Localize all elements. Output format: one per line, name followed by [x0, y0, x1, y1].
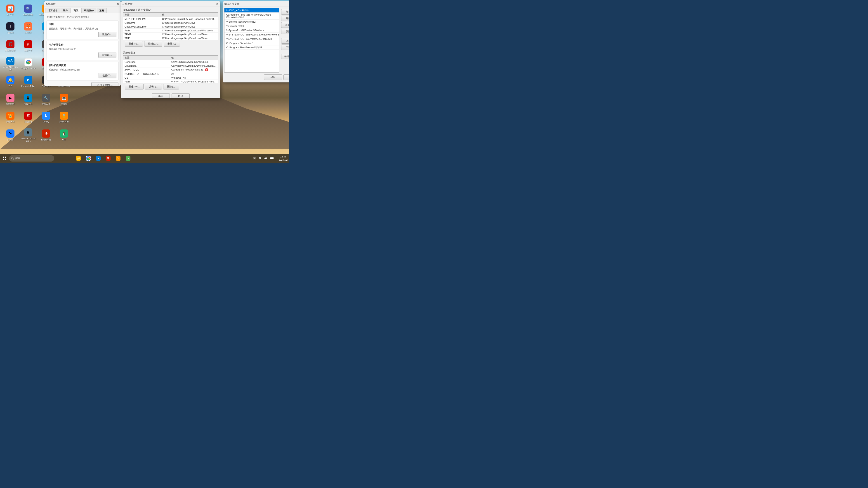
taskbar-app-edge[interactable]: e	[94, 154, 103, 163]
table-row[interactable]: MOZ_PLUGIN_PATH C:\Program Files (x86)\F…	[123, 17, 218, 21]
tab-remote[interactable]: 远程	[97, 8, 107, 13]
table-row[interactable]: ComSpec C:\WINDOWS\system32\cmd.exe	[123, 60, 218, 64]
tray-volume[interactable]	[264, 156, 268, 160]
desktop-icon-youdao[interactable]: 译 有道翻译官	[37, 127, 55, 144]
edit-sys-var-button[interactable]: 编辑(I)...	[145, 84, 162, 90]
tray-battery[interactable]	[269, 157, 275, 160]
table-row[interactable]: Path %JAVA_HOME%\bin;C:\Program Files (x…	[123, 80, 218, 83]
tab-advanced[interactable]: 高级	[71, 8, 81, 13]
editenv-moveup-button[interactable]: 上移(U)	[281, 38, 289, 43]
clock-time: 14:34	[279, 155, 287, 158]
sysprops-close-button[interactable]: ✕	[116, 2, 119, 6]
table-row[interactable]: DriverData C:\Windows\System32\Drivers\D…	[123, 64, 218, 68]
table-row[interactable]: OneDrive C:\Users\liuguanglei\OneDrive	[123, 21, 218, 25]
editenv-item-system32[interactable]: %SystemRoot%\system32	[224, 20, 279, 24]
desktop-icon-grid: 📊 幻灯片 T Typora 🎵 网易云音乐 VS Visual Studio …	[0, 0, 45, 154]
taskbar-app-chrome[interactable]	[84, 154, 93, 163]
editenv-new-button[interactable]: 新建(N)	[281, 9, 289, 15]
table-row[interactable]: TMP C:\Users\liuguanglei\AppData\Local\T…	[123, 36, 218, 40]
start-button[interactable]	[0, 154, 9, 163]
editenv-delete-button[interactable]: 删除(D)	[281, 29, 289, 34]
desktop-icon-openvpn[interactable]: 🔒 Open VPN	[55, 109, 72, 126]
performance-settings-button[interactable]: 设置(S)...	[98, 32, 116, 37]
table-row[interactable]: Path C:\Users\liuguanglei\AppData\Local\…	[123, 29, 218, 33]
desktop-icon-tiqutool[interactable]: 🔧 提取工具	[37, 91, 55, 108]
taskbar-app-explorer[interactable]: 📁	[74, 154, 83, 163]
network-icon	[258, 157, 261, 160]
desktop-icon-wps[interactable]: 📊 幻灯片	[2, 2, 19, 19]
editenv-item-vmware[interactable]: C:\Program Files (x86)\VMware\VMware Wor…	[224, 13, 279, 20]
admin-note: 要进行大多数更改，您必须作为管理员登录。	[46, 15, 119, 19]
tray-ime[interactable]: 英	[252, 156, 256, 160]
desktop-icon-firefox[interactable]: 🦊 Firefox	[20, 20, 37, 37]
taskbar-app-yd2[interactable]: Y	[114, 154, 123, 163]
userprofiles-settings-button[interactable]: 设置(E)...	[98, 52, 116, 58]
taskbar-app-youdao[interactable]: 译	[104, 154, 113, 163]
system-properties-window: 系统属性 ✕ 计算机名 硬件 高级 系统保护 远程 要进行大多数更改，您必须作为…	[44, 1, 121, 86]
desktop-icon-qq[interactable]: 🐧 QQ	[55, 127, 72, 144]
desktop-icon-dingtalk[interactable]: 🔔 钉钉	[2, 73, 19, 90]
editenv-cancel-button[interactable]: 取消	[283, 74, 289, 80]
volume-icon	[264, 157, 268, 160]
edge-icon: e	[24, 76, 32, 84]
taskbar-search[interactable]: 搜索	[9, 155, 54, 162]
delete-user-var-button[interactable]: 删除(D)	[164, 41, 180, 46]
desktop-icon-yingyu[interactable]: 英 有道翻译	[20, 109, 37, 126]
new-sys-var-button[interactable]: 新建(W)...	[125, 84, 144, 90]
envvars-ok-button[interactable]: 确定	[152, 93, 170, 98]
editenv-item-tencent[interactable]: C:\Program Files\Tencent\QQNT	[224, 45, 279, 50]
diannao-label: 电脑商	[61, 103, 67, 105]
new-user-var-button[interactable]: 新建(N)...	[125, 41, 143, 46]
delete-sys-var-button[interactable]: 删除(L)	[163, 84, 179, 90]
editenv-item-systemroot[interactable]: %SystemRoot%	[224, 24, 279, 28]
taskbar-clock[interactable]: 14:34 2024/1/2	[277, 155, 289, 162]
table-row[interactable]: TEMP C:\Users\liuguanglei\AppData\Local\…	[123, 33, 218, 36]
desktop-icon-netease[interactable]: 🎵 网易云音乐	[2, 37, 19, 55]
sysprops-tabs: 计算机名 硬件 高级 系统保护 远程	[44, 7, 121, 13]
system-vars-btn-row: 新建(W)... 编辑(I)... 删除(L)	[123, 83, 218, 90]
desktop-icon-tianyan[interactable]: 👁 天眼查	[2, 127, 19, 144]
envvars-close-button[interactable]: ✕	[216, 2, 219, 6]
editenv-main-area: %JAVA_HOME%\bin C:\Program Files (x86)\V…	[224, 8, 289, 72]
desktop-icon-baidu[interactable]: 百 百度一下	[20, 37, 37, 55]
desktop-icon-listary[interactable]: L Listary	[37, 109, 55, 126]
tab-system-protection[interactable]: 系统保护	[81, 8, 96, 13]
table-row[interactable]: OneDriveConsumer C:\Users\liuguanglei\On…	[123, 25, 218, 29]
table-row[interactable]: JAVA_HOME C:\Program Files\Java\jdk-21 !	[123, 68, 218, 72]
editenv-browse-button[interactable]: 浏览(B)...	[281, 22, 289, 28]
vmware-label: VMware Workstatio...	[21, 137, 36, 142]
tab-hardware[interactable]: 硬件	[61, 8, 70, 13]
desktop-icon-chrome[interactable]: Google Chrome	[20, 55, 37, 72]
edit-user-var-button[interactable]: 编辑(E)...	[144, 41, 162, 46]
editenv-edit-button[interactable]: 编辑(E)	[281, 15, 289, 21]
desktop-icon-vscode[interactable]: VS Visual Studio Code	[2, 55, 19, 72]
table-row[interactable]: NUMBER_OF_PROCESSORS 24	[123, 72, 218, 76]
desktop-icon-diannao[interactable]: 💻 电脑商	[55, 91, 72, 108]
desktop-icon-lingdu[interactable]: 📱 零度手机	[20, 91, 37, 108]
editenv-item-powershell[interactable]: %SYSTEMROOT%\System32\WindowsPowerShell\…	[224, 33, 279, 37]
desktop-icon-typora[interactable]: T Typora	[2, 20, 19, 37]
desktop-icon-vmware[interactable]: 🖥 VMware Workstatio...	[20, 127, 37, 144]
tab-computer-name[interactable]: 计算机名	[45, 8, 60, 13]
editenv-item-dotnet[interactable]: C:\Program Files\dotnet\	[224, 41, 279, 45]
search-icon	[11, 157, 14, 160]
editenv-item-openssh[interactable]: %SYSTEMROOT%\System32\OpenSSH\	[224, 37, 279, 41]
tray-network[interactable]	[257, 156, 262, 160]
taskbar-app-misc[interactable]: ★	[124, 154, 133, 163]
table-row[interactable]: OS Windows_NT	[123, 76, 218, 80]
editenv-item-wbem[interactable]: %SystemRoot%\System32\Wbem	[224, 28, 279, 33]
desktop-icon-wangzhe[interactable]: 👑 网络大神	[2, 109, 19, 126]
desktop-icon-everything[interactable]: 🔍 Everything	[20, 2, 37, 19]
editenv-titlebar: 编辑环境变量 ✕ 2	[223, 1, 289, 7]
editenv-item-javahome[interactable]: %JAVA_HOME%\bin	[224, 8, 279, 13]
startup-settings-button[interactable]: 设置(T)...	[98, 73, 116, 78]
diannao-icon: 💻	[60, 94, 68, 102]
editenv-edittext-button[interactable]: 编辑文本(T)...	[281, 54, 289, 59]
desktop-icon-bilibili[interactable]: ▶ 哔哩哔哩	[2, 91, 19, 108]
envvars-cancel-button[interactable]: 取消	[172, 93, 190, 98]
editenv-movedown-button[interactable]: 下移(O)	[281, 44, 289, 50]
env-vars-button[interactable]: 环境变量(N)...	[91, 82, 119, 86]
editenv-list[interactable]: %JAVA_HOME%\bin C:\Program Files (x86)\V…	[224, 8, 279, 72]
editenv-ok-button[interactable]: 确定	[264, 74, 282, 80]
desktop-icon-edge[interactable]: e Microsoft Edge	[20, 73, 37, 90]
